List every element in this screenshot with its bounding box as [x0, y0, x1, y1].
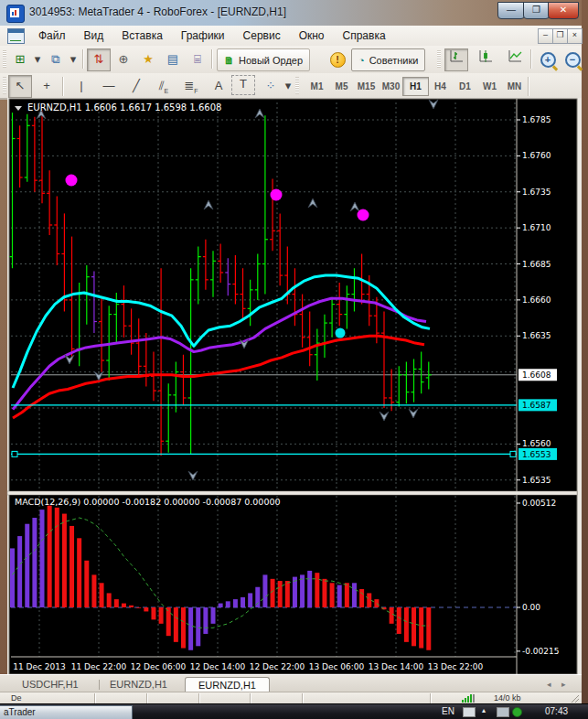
tab-scroll-right-icon[interactable]: ▸ [561, 680, 566, 689]
timeframe-h4-button[interactable]: H4 [427, 77, 454, 96]
macd-bar [412, 607, 416, 646]
timeframe-mn-button[interactable]: MN [501, 77, 528, 96]
menu-6[interactable]: Справка [334, 27, 395, 45]
macd-bar [352, 583, 357, 607]
menu-3[interactable]: Графики [172, 27, 234, 45]
profiles-dropdown-icon[interactable]: ▾ [66, 48, 80, 71]
macd-bar [390, 607, 394, 624]
line-handle-right[interactable] [510, 451, 516, 456]
macd-scale-label: 0.00512 [522, 499, 556, 508]
new-chart-dropdown-icon[interactable]: ▾ [30, 48, 45, 71]
svg-text:1.6608: 1.6608 [522, 370, 551, 380]
timeframe-d1-button[interactable]: D1 [452, 77, 478, 96]
text-label-tool-icon[interactable]: T [231, 75, 255, 95]
mdi-close-button[interactable]: × [567, 28, 583, 44]
macd-bar [32, 518, 37, 607]
profile-status: De [11, 693, 22, 703]
arrows-tool-dropdown-icon[interactable]: ▾ [281, 75, 295, 98]
expert-advisors-icon: ◔ [358, 55, 365, 66]
price-tick-label: 1.6785 [522, 115, 551, 124]
menu-items: ФайлВидВставкаГрафикиСервисОкноСправка [29, 26, 395, 46]
close-button[interactable]: ✕ [548, 2, 579, 19]
macd-bar [84, 561, 89, 607]
macd-bar [136, 607, 141, 608]
menu-0[interactable]: Файл [29, 27, 75, 45]
bar-chart-icon[interactable] [444, 48, 468, 71]
vertical-line-tool-icon[interactable]: | [69, 75, 93, 98]
timeframe-m5-button[interactable]: M5 [328, 77, 355, 96]
metatrader-window: 3014953: MetaTrader 4 - RoboForex - [EUR… [0, 0, 582, 703]
chart-canvas[interactable]: 1.67851.67601.67351.67101.66851.66601.66… [0, 98, 582, 674]
market-watch-icon[interactable]: ⇅ [87, 48, 111, 71]
magenta-signal-dot [271, 189, 283, 201]
macd-bar [40, 510, 45, 607]
menu-4[interactable]: Сервис [234, 27, 290, 45]
alerts-icon[interactable]: ! [326, 48, 349, 71]
timeframe-m15-button[interactable]: M15 [353, 77, 380, 96]
macd-bar [122, 604, 126, 607]
favorites-icon[interactable]: ★ [136, 48, 160, 71]
resize-grip[interactable] [571, 694, 580, 703]
pane-separator[interactable] [7, 491, 577, 495]
macd-bar [10, 548, 15, 607]
terminal-icon[interactable]: ▤ [161, 48, 185, 71]
line-chart-icon[interactable] [503, 48, 527, 71]
maximize-button[interactable]: ❐ [523, 2, 550, 19]
time-tick-label: 11 Dec 22:00 [71, 662, 127, 671]
new-order-button[interactable]: 🗎 Новый Ордер [217, 48, 310, 71]
channel-tool-icon[interactable]: ⫽E [152, 75, 176, 98]
new-chart-icon[interactable]: ⊞ [8, 48, 32, 71]
fibonacci-tool-icon[interactable]: ≣F [179, 75, 203, 98]
arrows-tool-icon[interactable]: ⁘ [259, 75, 283, 98]
expert-advisors-button[interactable]: ◔ Советники [351, 48, 425, 71]
new-order-icon: 🗎 [224, 55, 234, 66]
zoom-out-icon[interactable]: − [561, 48, 584, 71]
magenta-signal-dot [66, 175, 78, 187]
tray-status-icon[interactable] [512, 707, 522, 717]
macd-bar [188, 607, 193, 650]
taskbar-app-button[interactable]: aTrader [0, 705, 133, 719]
time-tick-label: 11 Dec 2013 [13, 662, 66, 671]
navigator-icon[interactable]: ⊕ [112, 48, 135, 71]
macd-bar [107, 593, 112, 607]
tray-device-icon[interactable] [497, 707, 509, 717]
mdi-restore-button[interactable]: ❐ [552, 28, 568, 44]
macd-bar [48, 506, 52, 607]
traffic-status: 14/0 kb [494, 693, 521, 703]
cursor-tool-icon[interactable]: ↖ [8, 75, 32, 98]
svg-text:1.6587: 1.6587 [522, 401, 551, 410]
strategy-tester-icon[interactable]: ⌸ [186, 48, 209, 71]
menu-2[interactable]: Вставка [112, 27, 172, 45]
profiles-icon[interactable]: ⧉ [44, 48, 68, 71]
chart-header: EURNZD,H1 1.6606 1.6617 1.6598 1.6608 [15, 102, 221, 113]
symbol-ohlc-header: EURNZD,H1 1.6606 1.6617 1.6598 1.6608 [27, 102, 221, 113]
macd-bar [159, 607, 164, 624]
macd-bar [114, 599, 119, 607]
timeframe-h1-button[interactable]: H1 [402, 77, 429, 96]
cyan-signal-dot [336, 328, 346, 338]
macd-bar [100, 583, 104, 607]
trendline-tool-icon[interactable]: ╱ [124, 75, 148, 98]
macd-bar [285, 581, 290, 607]
taskbar-clock[interactable]: 07:43 [545, 706, 568, 716]
tab-scroll-left-icon[interactable]: ◂ [547, 680, 551, 689]
menu-5[interactable]: Окно [290, 27, 334, 45]
timeframe-w1-button[interactable]: W1 [476, 77, 503, 96]
horizontal-line-tool-icon[interactable]: — [97, 75, 121, 98]
macd-bar [129, 606, 134, 607]
minimize-button[interactable]: — [497, 2, 525, 19]
language-indicator[interactable]: EN [442, 706, 454, 716]
zoom-in-icon[interactable]: + [536, 48, 560, 71]
timeframe-m30-button[interactable]: M30 [378, 77, 404, 96]
menu-1[interactable]: Вид [75, 27, 113, 45]
macd-bar [203, 607, 208, 634]
line-handle-left[interactable] [12, 451, 17, 456]
candlestick-chart-icon[interactable] [474, 48, 497, 71]
time-tick-label: 12 Dec 14:00 [190, 662, 246, 671]
mdi-minimize-button[interactable]: ‒ [538, 28, 553, 44]
text-tool-icon[interactable]: A [207, 75, 230, 98]
crosshair-tool-icon[interactable]: + [35, 75, 59, 98]
keyboard-icon[interactable] [463, 707, 476, 717]
timeframe-m1-button[interactable]: M1 [304, 77, 330, 96]
tray-expand-icon[interactable]: ▴ [482, 706, 486, 714]
